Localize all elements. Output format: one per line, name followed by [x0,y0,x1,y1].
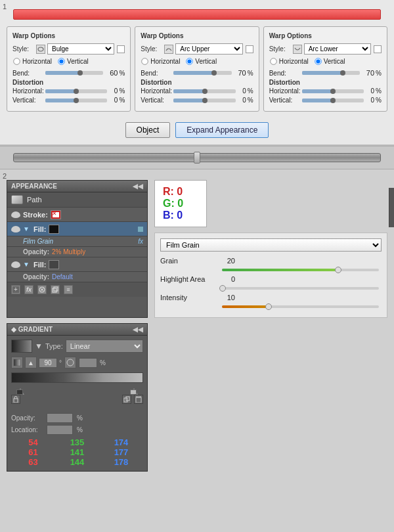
warp-checkbox-2[interactable] [246,45,253,53]
film-grain-dropdown[interactable]: Film Grain [160,238,382,252]
rgb-r1: 54 [28,437,37,447]
gradient-icon-2[interactable]: ▲ [25,357,37,368]
panels-bottom: ◆ GRADIENT ◀◀ ▼ Type: Linear [0,318,394,477]
grain-thumb[interactable] [335,267,341,273]
gradient-panel: ◆ GRADIENT ◀◀ ▼ Type: Linear [7,323,148,472]
rgb-r2: 61 [28,447,37,457]
v-slider-3[interactable] [302,99,364,102]
grain-slider[interactable] [222,269,379,271]
gradient-icon-3[interactable] [64,357,76,368]
bend-slider-1[interactable] [45,71,103,75]
fill-triangle: ▼ [23,225,30,233]
appearance-toolbar: + fx ≡ [7,282,147,297]
location-input[interactable] [47,425,73,435]
type-select[interactable]: Linear [66,340,143,353]
pct-input[interactable] [79,358,97,368]
film-grain-label: Film Grain [23,238,53,245]
eye-icon-stroke[interactable] [11,211,20,218]
stop-icon-copy[interactable] [122,395,131,404]
svg-rect-10 [14,399,18,403]
eye-icon-fill1[interactable] [11,226,20,233]
opacity-label: Opacity: [11,414,44,422]
ruler-handle[interactable] [194,152,200,164]
opacity2-row: Opacity: Default [7,272,147,282]
radio-horizontal-3[interactable]: Horizontal [269,57,309,66]
fill1-swatch[interactable] [49,225,59,234]
stroke-row[interactable]: Stroke: [7,208,147,222]
fill2-row[interactable]: ▼ Fill: [7,257,147,272]
appearance-title: APPEARANCE [11,183,57,190]
expand-appearance-button[interactable]: Expand Appearance [175,122,269,138]
warp-checkbox-1[interactable] [117,45,125,53]
angle-input[interactable]: 90 [39,358,57,368]
h-value-3: 0 [365,87,374,95]
intensity-value: 10 [219,294,235,301]
opacity-input[interactable] [47,413,73,423]
object-button[interactable]: Object [125,122,171,138]
section-number-1: 1 [3,3,7,11]
film-grain-row[interactable]: Film Grain fx [7,236,147,247]
panel-collapse-icon[interactable]: ◀◀ [133,183,143,190]
h-slider-1[interactable] [45,89,107,93]
highlight-thumb[interactable] [219,285,226,292]
grain-row: Grain 20 [160,257,382,265]
stop-icon-lock[interactable] [11,395,20,404]
add-new-icon[interactable]: + [11,285,20,294]
eye-icon-fill2[interactable] [11,261,20,268]
warp-panel-3: Warp Options Style: Arc Lower Horizontal [263,26,387,112]
radio-vertical-3[interactable]: Vertical [314,57,345,66]
b-value: 0 [177,210,183,221]
h-slider-3[interactable] [302,89,364,93]
bend-value-2: 70 [233,69,246,77]
gradient-bar[interactable] [11,372,143,383]
gradient-arrow[interactable]: ▼ [35,342,43,351]
radio-horizontal-1[interactable]: Horizontal [12,57,52,66]
fill2-swatch[interactable] [49,260,59,269]
more-icon[interactable]: ≡ [64,285,73,294]
radio-horizontal-2[interactable]: Horizontal [141,57,180,66]
copy-icon[interactable] [51,285,60,294]
style-select-3[interactable]: Arc Lower [304,43,371,55]
delete-icon[interactable] [37,285,47,294]
fx-button[interactable]: fx [24,285,33,294]
v-value-1: 0 [108,97,118,104]
scrollbar[interactable] [389,188,394,227]
fill2-triangle: ▼ [23,261,30,268]
highlight-slider[interactable] [222,287,379,290]
gradient-swatch[interactable] [11,340,32,353]
stop-icon-delete[interactable] [134,395,143,404]
h-value-2: 0 [237,87,246,95]
red-bar-area [0,5,394,24]
distortion-title-1: Distortion [12,79,125,86]
connector-dot [138,227,143,232]
bend-slider-2[interactable] [173,71,231,75]
radio-vertical-2[interactable]: Vertical [185,57,217,66]
opacity-row: Opacity: % [11,413,143,423]
stop-color-right[interactable] [130,389,137,395]
warp-checkbox-3[interactable] [374,45,382,53]
radio-vertical-1[interactable]: Vertical [57,57,89,66]
highlight-label: Highlight Area [160,275,219,283]
v-slider-1[interactable] [45,99,107,102]
stroke-label: Stroke: [23,211,48,219]
bend-slider-3[interactable] [302,71,360,75]
bend-value-3: 70 [361,69,374,77]
h-slider-2[interactable] [173,89,235,93]
grain-slider-row [160,269,382,271]
bend-value-1: 60 [104,69,118,77]
warp-panel-1: Warp Options Style: Bulge Horizontal [7,26,131,112]
location-pct: % [77,426,83,433]
v-value-3: 0 [365,97,374,104]
v-slider-2[interactable] [173,99,235,102]
style-select-1[interactable]: Bulge [47,43,114,55]
style-select-2[interactable]: Arc Upper [175,43,242,55]
stop-color-left[interactable] [16,389,23,395]
r-value: 0 [177,186,183,197]
intensity-slider[interactable] [222,305,379,308]
fill1-row[interactable]: ▼ Fill: [7,222,147,236]
intensity-label: Intensity [160,294,219,301]
stroke-swatch[interactable] [51,210,61,219]
intensity-thumb[interactable] [265,303,272,310]
gradient-collapse-icon[interactable]: ◀◀ [133,326,143,333]
gradient-icon-1[interactable] [11,357,23,368]
